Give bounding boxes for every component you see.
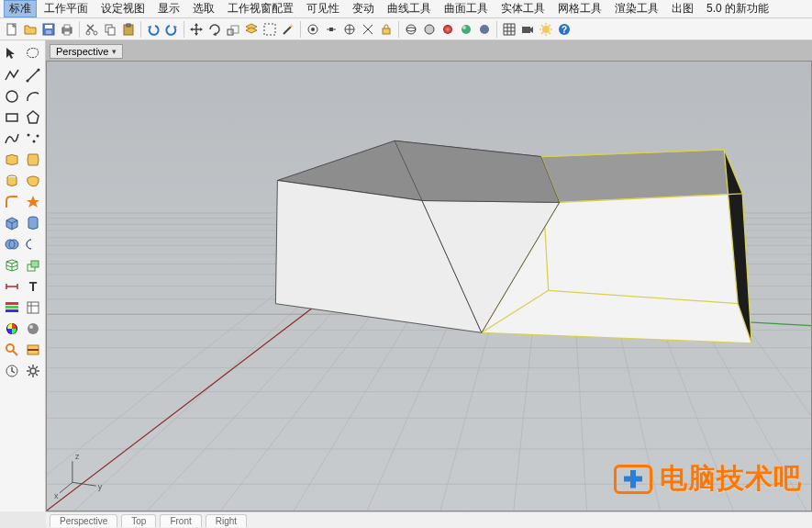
props-icon[interactable] [23, 298, 43, 318]
shade-ghost-icon[interactable] [421, 21, 438, 38]
viewport-title-tab[interactable]: Perspective ▾ [50, 44, 123, 59]
osnap-lock-icon[interactable] [378, 21, 395, 38]
bool-diff-icon[interactable] [23, 234, 43, 254]
svg-text:y: y [98, 482, 103, 491]
undo-icon[interactable] [145, 21, 161, 38]
box-solid-icon[interactable] [2, 213, 22, 233]
save-icon[interactable] [40, 21, 57, 38]
shade-color-icon[interactable] [439, 21, 456, 38]
camera-icon[interactable] [519, 21, 536, 38]
menu-item-curvetools[interactable]: 曲线工具 [382, 0, 437, 17]
surface-sweep-icon[interactable] [23, 150, 43, 170]
layer-mgr-icon[interactable] [2, 298, 22, 318]
menu-item-standard[interactable]: 标准 [4, 0, 37, 17]
wand-icon[interactable] [280, 21, 296, 38]
svg-point-36 [28, 134, 30, 137]
arc-tool-icon[interactable] [23, 86, 43, 107]
osnap-mid-icon[interactable] [323, 21, 339, 38]
pointer-tool-icon[interactable] [2, 44, 22, 64]
viewport-tab-right[interactable]: Right [206, 514, 247, 527]
svg-point-27 [480, 25, 489, 34]
color-wheel-icon[interactable] [2, 319, 22, 339]
grid-icon[interactable] [501, 21, 517, 38]
viewport[interactable]: Perspective ▾ [46, 40, 812, 511]
surface-rev-icon[interactable] [2, 171, 22, 191]
layers-icon[interactable] [243, 21, 260, 38]
lasso-tool-icon[interactable] [23, 44, 43, 64]
osnap-int-icon[interactable] [360, 21, 376, 38]
rotate-icon[interactable] [206, 21, 223, 38]
polygon-tool-icon[interactable] [23, 107, 43, 128]
material-icon[interactable] [23, 319, 43, 339]
cylinder-solid-icon[interactable] [23, 213, 43, 233]
svg-rect-51 [28, 302, 39, 313]
menu-item-visibility[interactable]: 可见性 [301, 0, 345, 17]
move-icon[interactable] [188, 21, 205, 38]
bool-union-icon[interactable] [2, 234, 22, 254]
osnap-center-icon[interactable] [341, 21, 358, 38]
menu-item-meshtools[interactable]: 网格工具 [552, 0, 607, 17]
svg-rect-15 [264, 24, 275, 35]
viewport-canvas[interactable]: z y x 电脑技术吧 [46, 61, 812, 511]
paste-icon[interactable] [120, 21, 137, 38]
shade-wire-icon[interactable] [403, 21, 419, 38]
axis-x [47, 308, 312, 511]
viewport-menu-chevron-icon[interactable]: ▾ [112, 47, 117, 56]
svg-point-34 [6, 91, 17, 102]
dim-tool-icon[interactable] [2, 276, 22, 297]
scene-3d[interactable]: z y x [47, 62, 811, 511]
circle-tool-icon[interactable] [2, 86, 22, 107]
svg-text:x: x [54, 491, 59, 500]
analyze-icon[interactable] [2, 340, 22, 360]
open-icon[interactable] [22, 21, 39, 38]
star-tool-icon[interactable] [23, 192, 43, 212]
svg-rect-48 [6, 302, 18, 305]
svg-point-8 [94, 31, 97, 35]
curve-tool-icon[interactable] [2, 129, 22, 149]
osnap-end-icon[interactable] [305, 21, 321, 38]
surface-loft-icon[interactable] [2, 150, 22, 170]
surface-patch-icon[interactable] [23, 171, 43, 191]
viewport-tab-top[interactable]: Top [121, 514, 156, 527]
copy-icon[interactable] [102, 21, 118, 38]
svg-point-37 [33, 140, 36, 143]
svg-point-7 [86, 31, 90, 35]
svg-rect-49 [6, 306, 18, 309]
rect-tool-icon[interactable] [2, 107, 22, 128]
settings-icon[interactable] [23, 361, 43, 381]
menu-item-select[interactable]: 选取 [187, 0, 220, 17]
box-select-icon[interactable] [261, 21, 278, 38]
points-tool-icon[interactable] [23, 129, 43, 149]
menu-item-display[interactable]: 显示 [152, 0, 185, 17]
new-icon[interactable] [4, 21, 20, 38]
help-icon[interactable]: ? [556, 21, 573, 38]
polyline-tool-icon[interactable] [2, 65, 22, 85]
menu-item-transform[interactable]: 变动 [347, 0, 380, 17]
shade-render-icon[interactable] [458, 21, 474, 38]
menu-item-viewportlayout[interactable]: 工作视窗配置 [222, 0, 299, 17]
section-icon[interactable] [23, 340, 43, 360]
redo-icon[interactable] [163, 21, 180, 38]
render-icon[interactable] [538, 21, 554, 38]
history-icon[interactable] [2, 361, 22, 381]
extract-tool-icon[interactable] [23, 255, 43, 275]
menu-item-solidtools[interactable]: 实体工具 [495, 0, 551, 17]
menu-item-rendertools[interactable]: 渲染工具 [609, 0, 664, 17]
svg-rect-28 [522, 27, 530, 33]
menu-item-setview[interactable]: 设定视图 [95, 0, 150, 17]
mesh-tool-icon[interactable] [2, 255, 22, 275]
menu-item-newv5[interactable]: 5.0 的新功能 [701, 0, 774, 17]
text-tool-icon[interactable]: T [23, 276, 43, 297]
menu-item-surftools[interactable]: 曲面工具 [439, 0, 494, 17]
cut-icon[interactable] [83, 21, 100, 38]
viewport-tab-front[interactable]: Front [160, 514, 201, 527]
fillet-tool-icon[interactable] [2, 192, 22, 212]
viewport-tab-perspective[interactable]: Perspective [50, 514, 117, 527]
scale-icon[interactable] [225, 21, 241, 38]
menu-item-cplane[interactable]: 工作平面 [39, 0, 94, 17]
line-tool-icon[interactable] [23, 65, 43, 85]
shade-solid-icon[interactable] [476, 21, 493, 38]
print-icon[interactable] [59, 21, 75, 38]
menu-item-drafting[interactable]: 出图 [666, 0, 699, 17]
separator [398, 21, 399, 38]
